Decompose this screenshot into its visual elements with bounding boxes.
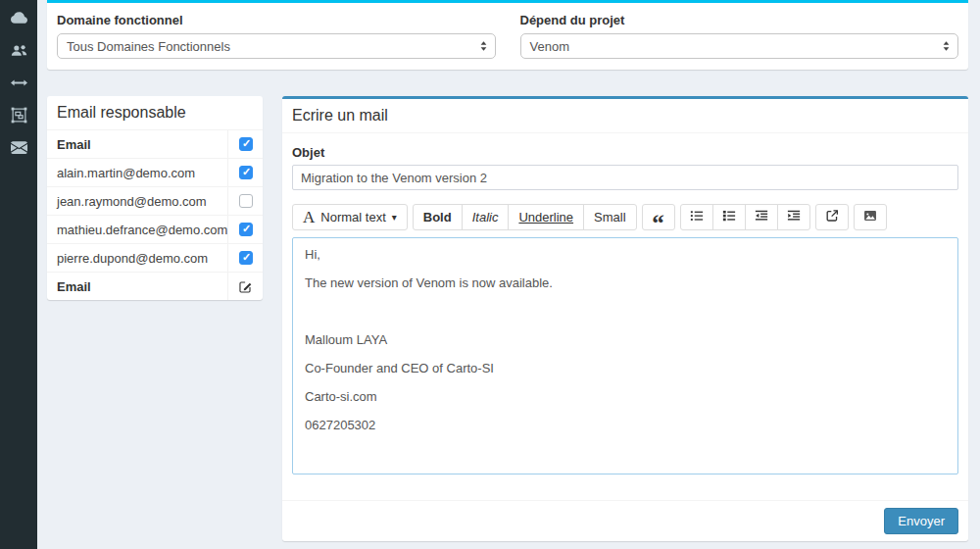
email-checkbox[interactable] bbox=[239, 166, 253, 179]
email-panel-title: Email responsable bbox=[47, 96, 263, 129]
project-select[interactable]: Venom bbox=[520, 33, 959, 59]
ordered-list-button[interactable] bbox=[712, 204, 746, 230]
style-dropdown-label: Normal text bbox=[320, 210, 385, 225]
email-column-header: Email bbox=[47, 130, 227, 158]
editor-toolbar: A Normal text ▾ Bold Italic Underline Sm… bbox=[292, 204, 958, 230]
subject-input[interactable] bbox=[292, 165, 958, 190]
sidebar-item-cloud[interactable] bbox=[0, 11, 37, 28]
filter-band: Domaine fonctionnel Tous Domaines Foncti… bbox=[47, 0, 968, 70]
envelope-icon bbox=[11, 139, 27, 160]
message-body-editor[interactable]: Hi, The new version of Venom is now avai… bbox=[292, 237, 958, 474]
sidebar-item-object-group[interactable] bbox=[0, 108, 37, 125]
email-value: mathieu.defrance@demo.com bbox=[47, 216, 227, 243]
body-line: 0627205302 bbox=[305, 418, 946, 432]
table-row: mathieu.defrance@demo.com bbox=[47, 215, 263, 243]
body-line: Malloum LAYA bbox=[305, 332, 946, 347]
email-table-header-row: Email bbox=[47, 129, 263, 158]
main-content: Domaine fonctionnel Tous Domaines Foncti… bbox=[37, 0, 980, 541]
project-select-value: Venom bbox=[530, 39, 569, 54]
email-value: pierre.dupond@demo.com bbox=[47, 244, 227, 272]
body-line: Carto-si.com bbox=[305, 389, 946, 404]
unordered-list-icon bbox=[690, 209, 704, 225]
email-checkbox[interactable] bbox=[239, 194, 253, 208]
table-row: jean.raymond@demo.com bbox=[47, 186, 263, 215]
email-value: jean.raymond@demo.com bbox=[47, 187, 227, 215]
email-responsable-panel: Email responsable Email alain.martin@dem… bbox=[47, 96, 263, 300]
image-button[interactable] bbox=[854, 204, 887, 230]
indent-button[interactable] bbox=[777, 204, 810, 230]
caret-down-icon: ▾ bbox=[392, 212, 397, 223]
ordered-list-icon bbox=[722, 209, 736, 225]
indent-icon bbox=[787, 209, 801, 225]
email-footer-label: Email bbox=[47, 273, 227, 300]
edit-icon[interactable] bbox=[238, 279, 253, 294]
send-button[interactable]: Envoyer bbox=[884, 508, 958, 534]
arrows-h-icon bbox=[11, 75, 27, 95]
body-line: The new version of Venom is now availabl… bbox=[305, 275, 946, 290]
body-line: Hi, bbox=[305, 247, 946, 262]
email-checkbox[interactable] bbox=[239, 223, 253, 236]
small-button[interactable]: Small bbox=[583, 204, 637, 230]
share-square-button[interactable] bbox=[815, 204, 849, 230]
table-row: alain.martin@demo.com bbox=[47, 158, 263, 186]
domain-label: Domaine fonctionnel bbox=[57, 13, 496, 27]
share-square-icon bbox=[825, 209, 839, 225]
cloud-icon bbox=[11, 10, 27, 30]
select-arrows-icon bbox=[942, 40, 951, 52]
font-style-icon: A bbox=[303, 209, 315, 225]
compose-footer: Envoyer bbox=[282, 500, 968, 541]
outdent-button[interactable] bbox=[745, 204, 778, 230]
email-checkbox[interactable] bbox=[239, 251, 253, 265]
body-line: Co-Founder and CEO of Carto-SI bbox=[305, 361, 946, 375]
outdent-icon bbox=[755, 209, 768, 225]
users-icon bbox=[11, 42, 27, 63]
object-group-icon bbox=[11, 107, 27, 127]
domain-select[interactable]: Tous Domaines Fonctionnels bbox=[57, 33, 496, 59]
italic-button[interactable]: Italic bbox=[462, 204, 510, 230]
select-all-checkbox[interactable] bbox=[239, 137, 253, 151]
project-label: Dépend du projet bbox=[520, 13, 959, 27]
sidebar-item-links[interactable] bbox=[0, 75, 37, 93]
email-table-footer-row: Email bbox=[47, 272, 263, 300]
compose-panel: Ecrire un mail Objet A Normal text ▾ Bol… bbox=[282, 96, 968, 541]
filter-project: Dépend du projet Venom bbox=[520, 13, 959, 59]
filter-domain: Domaine fonctionnel Tous Domaines Foncti… bbox=[57, 13, 496, 59]
body-line bbox=[305, 304, 946, 319]
email-value: alain.martin@demo.com bbox=[47, 159, 227, 186]
select-arrows-icon bbox=[479, 40, 488, 52]
bold-button[interactable]: Bold bbox=[413, 204, 463, 230]
subject-label: Objet bbox=[292, 145, 958, 160]
unordered-list-button[interactable] bbox=[680, 204, 713, 230]
style-dropdown-button[interactable]: A Normal text ▾ bbox=[292, 204, 408, 230]
blockquote-button[interactable]: “ bbox=[642, 204, 675, 230]
domain-select-value: Tous Domaines Fonctionnels bbox=[67, 39, 230, 54]
compose-panel-title: Ecrire un mail bbox=[282, 99, 968, 133]
sidebar bbox=[0, 0, 37, 549]
image-icon bbox=[863, 209, 877, 225]
sidebar-item-mail[interactable] bbox=[0, 140, 37, 158]
table-row: pierre.dupond@demo.com bbox=[47, 243, 263, 272]
underline-button[interactable]: Underline bbox=[508, 204, 584, 230]
sidebar-item-users[interactable] bbox=[0, 43, 37, 61]
